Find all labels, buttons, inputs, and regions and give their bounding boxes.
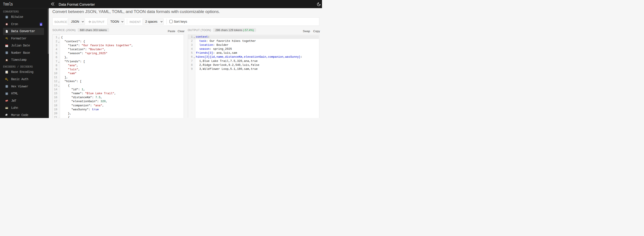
svg-text:&%: &% — [6, 17, 8, 18]
svg-text:abc: abc — [6, 93, 8, 94]
